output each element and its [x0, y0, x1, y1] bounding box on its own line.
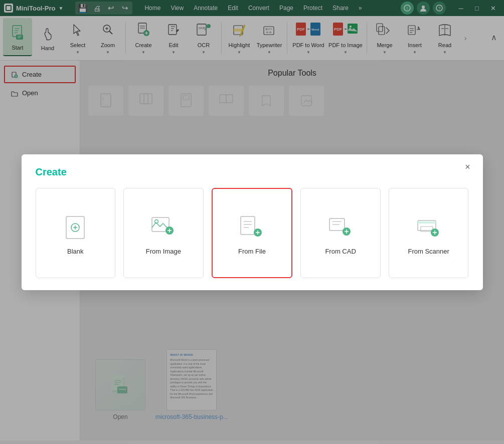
create-option-from-image[interactable]: From Image	[123, 188, 204, 278]
from-image-icon	[150, 214, 177, 241]
create-option-from-scanner[interactable]: From Scanner	[389, 188, 469, 278]
modal-title: Create	[36, 166, 469, 178]
create-options-container: Blank From Image	[36, 188, 469, 278]
from-scanner-icon	[416, 214, 442, 241]
svg-rect-74	[241, 216, 255, 235]
blank-label: Blank	[67, 248, 84, 255]
create-option-from-file[interactable]: From File	[212, 188, 293, 278]
from-file-icon	[239, 214, 265, 241]
from-file-label: From File	[238, 248, 266, 255]
create-option-from-cad[interactable]: From CAD	[300, 188, 381, 278]
from-scanner-label: From Scanner	[408, 248, 449, 255]
modal-overlay: Create × Blank	[0, 0, 504, 444]
from-cad-icon	[327, 214, 354, 241]
create-option-blank[interactable]: Blank	[36, 188, 116, 278]
blank-icon	[62, 214, 88, 241]
from-cad-label: From CAD	[325, 248, 356, 255]
from-image-label: From Image	[146, 248, 181, 255]
modal-close-btn[interactable]: ×	[461, 160, 475, 174]
create-modal: Create × Blank	[22, 154, 483, 290]
svg-rect-88	[418, 221, 436, 224]
